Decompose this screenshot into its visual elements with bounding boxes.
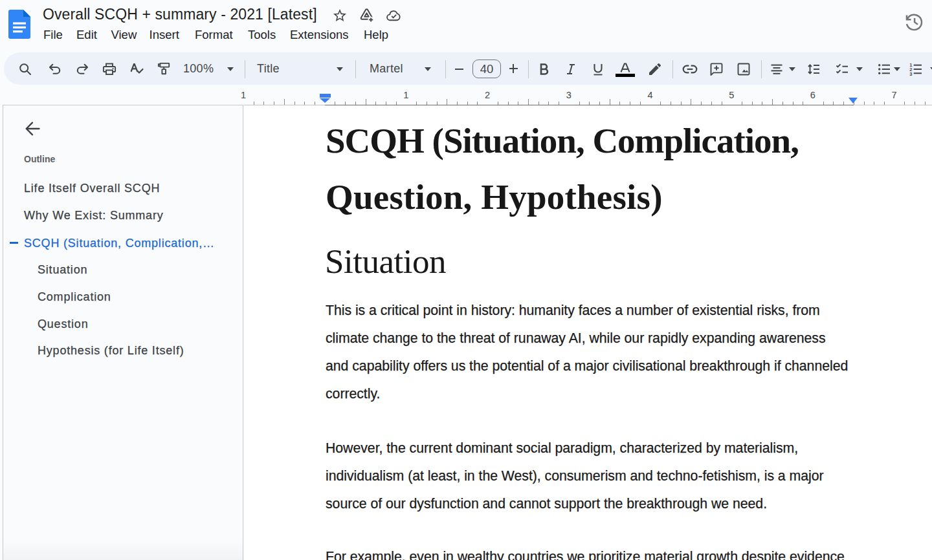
svg-text:3: 3	[909, 71, 912, 77]
